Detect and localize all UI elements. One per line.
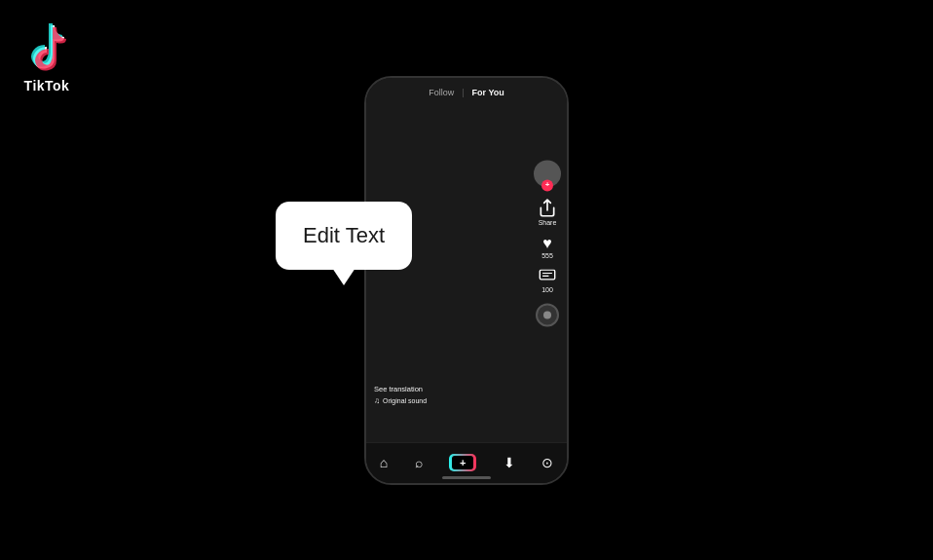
phone-sidebar: + Share ♥ 555 bbox=[534, 160, 561, 326]
like-icon: ♥ bbox=[542, 236, 552, 251]
music-note-icon: ♫ bbox=[374, 396, 380, 405]
edit-text-bubble[interactable]: Edit Text bbox=[276, 202, 412, 270]
original-sound: ♫ Original sound bbox=[374, 396, 427, 405]
sidebar-comment[interactable]: 100 bbox=[539, 269, 556, 293]
phone-bottom-info: See translation ♫ Original sound bbox=[374, 385, 427, 405]
comment-count: 100 bbox=[541, 286, 553, 293]
avatar-follow-plus[interactable]: + bbox=[541, 179, 553, 191]
nav-home[interactable]: ⌂ bbox=[380, 455, 388, 470]
share-label: Share bbox=[539, 219, 557, 226]
like-count: 555 bbox=[541, 252, 553, 259]
edit-text-label: Edit Text bbox=[303, 223, 385, 247]
phone-mockup: Follow | For You + Share ♥ 5 bbox=[364, 76, 569, 485]
profile-icon: ⊙ bbox=[541, 455, 553, 470]
nav-follow[interactable]: Follow bbox=[429, 88, 454, 97]
home-icon: ⌂ bbox=[380, 455, 388, 470]
original-sound-text: Original sound bbox=[383, 397, 427, 404]
sidebar-avatar[interactable]: + bbox=[534, 160, 561, 187]
svg-rect-0 bbox=[540, 270, 554, 280]
tiktok-icon bbox=[18, 18, 76, 76]
search-icon: ⌕ bbox=[415, 455, 423, 470]
nav-add[interactable]: + bbox=[449, 454, 476, 471]
comment-icon bbox=[539, 269, 556, 285]
music-disc bbox=[536, 303, 559, 326]
share-icon bbox=[537, 197, 558, 218]
download-icon: ⬇ bbox=[504, 455, 515, 470]
see-translation[interactable]: See translation bbox=[374, 385, 427, 393]
sidebar-share[interactable]: Share bbox=[537, 197, 558, 226]
add-button[interactable]: + bbox=[449, 454, 476, 471]
tiktok-logo: TikTok bbox=[18, 18, 76, 93]
nav-download[interactable]: ⬇ bbox=[504, 455, 515, 470]
tiktok-label: TikTok bbox=[24, 78, 70, 93]
add-plus-icon: + bbox=[460, 457, 466, 468]
music-disc-inner bbox=[543, 311, 551, 318]
sidebar-like[interactable]: ♥ 555 bbox=[541, 236, 553, 259]
home-indicator bbox=[442, 476, 491, 479]
nav-divider: | bbox=[462, 88, 464, 97]
nav-search[interactable]: ⌕ bbox=[415, 455, 423, 470]
phone-bottom-nav: ⌂ ⌕ + ⬇ ⊙ bbox=[366, 442, 567, 483]
phone-nav: Follow | For You bbox=[366, 78, 567, 103]
nav-profile[interactable]: ⊙ bbox=[541, 455, 553, 470]
nav-for-you[interactable]: For You bbox=[472, 88, 504, 97]
